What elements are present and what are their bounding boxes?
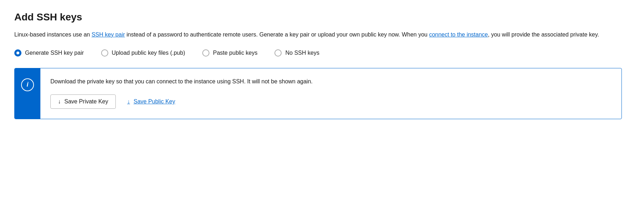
connect-instance-link[interactable]: connect to the instance — [429, 31, 488, 38]
radio-label-none: No SSH keys — [285, 50, 319, 56]
radio-option-generate[interactable]: Generate SSH key pair — [14, 49, 84, 57]
radio-input-paste[interactable] — [202, 49, 209, 57]
radio-option-paste[interactable]: Paste public keys — [202, 49, 258, 57]
radio-input-upload[interactable] — [101, 49, 108, 57]
download-public-icon: ↓ — [127, 98, 130, 105]
radio-label-upload: Upload public key files (.pub) — [112, 50, 185, 56]
info-box: i Download the private key so that you c… — [14, 68, 622, 120]
description-text: Linux-based instances use an SSH key pai… — [14, 30, 622, 39]
ssh-key-pair-link[interactable]: SSH key pair — [91, 31, 125, 38]
download-private-icon: ↓ — [58, 98, 61, 105]
radio-option-none[interactable]: No SSH keys — [274, 49, 319, 57]
ssh-key-options: Generate SSH key pair Upload public key … — [14, 49, 630, 57]
description-part1: Linux-based instances use an — [14, 31, 91, 38]
save-private-key-button[interactable]: ↓ Save Private Key — [50, 94, 116, 109]
info-box-sidebar: i — [15, 68, 40, 119]
save-private-key-label: Save Private Key — [64, 98, 108, 105]
info-box-message: Download the private key so that you can… — [50, 77, 611, 86]
info-box-content: Download the private key so that you can… — [40, 68, 621, 119]
radio-input-generate[interactable] — [14, 49, 21, 57]
description-part2: instead of a password to authenticate re… — [125, 31, 429, 38]
radio-option-upload[interactable]: Upload public key files (.pub) — [101, 49, 185, 57]
info-box-actions: ↓ Save Private Key ↓ Save Public Key — [50, 94, 611, 109]
info-icon: i — [21, 78, 34, 91]
save-public-key-button[interactable]: ↓ Save Public Key — [127, 95, 175, 108]
radio-label-paste: Paste public keys — [213, 50, 258, 56]
save-public-key-label: Save Public Key — [134, 98, 175, 105]
page-title: Add SSH keys — [14, 11, 630, 23]
radio-label-generate: Generate SSH key pair — [25, 50, 84, 56]
radio-input-none[interactable] — [274, 49, 282, 57]
description-part3: , you will provide the associated privat… — [488, 31, 599, 38]
